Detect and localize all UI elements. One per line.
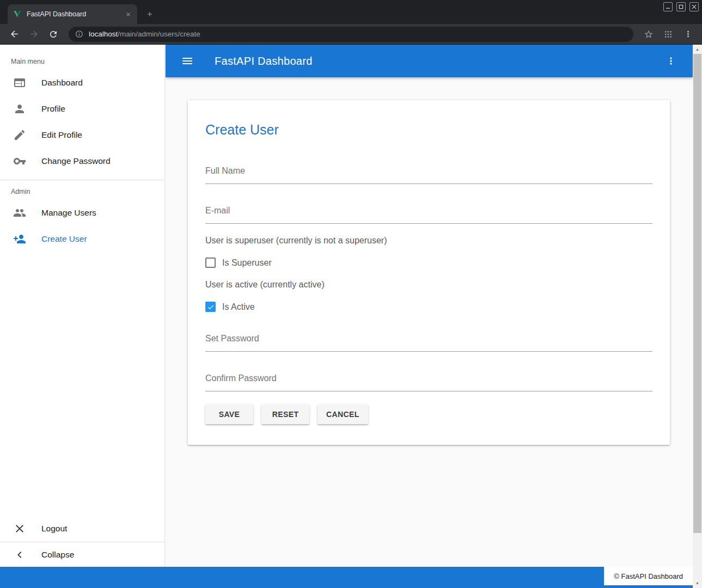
url-path: /main/admin/users/create (118, 30, 200, 38)
superuser-hint: User is superuser (currently is not a su… (205, 236, 652, 246)
apps-grid-icon (664, 30, 673, 39)
cancel-button[interactable]: CANCEL (318, 405, 368, 424)
forward-button[interactable] (26, 27, 41, 42)
close-button[interactable] (689, 2, 699, 11)
window-controls (663, 2, 699, 11)
checkbox-unchecked-icon (205, 258, 216, 268)
sidebar-item-label: Logout (41, 524, 67, 534)
set-password-field[interactable]: Set Password (205, 334, 652, 352)
close-icon (692, 4, 697, 9)
sidebar-item-label: Edit Profile (41, 130, 82, 140)
scrollbar[interactable]: ▲ ▼ (693, 45, 702, 588)
browser-menu-button[interactable] (680, 27, 695, 42)
person-add-icon (13, 232, 26, 246)
active-hint: User is active (currently active) (205, 280, 652, 290)
appbar-menu-button[interactable] (661, 51, 681, 71)
app-bar: FastAPI Dashboard (166, 45, 693, 77)
create-user-card: Create User Full Name E-mail User is sup… (188, 100, 670, 445)
browser-tab-strip: FastAPI Dashboard (0, 0, 702, 24)
url-host: localhost (89, 30, 118, 38)
sidebar-section-admin: Admin (0, 180, 164, 200)
sidebar-item-manage-users[interactable]: Manage Users (0, 200, 164, 226)
scroll-down-arrow[interactable]: ▼ (693, 579, 702, 588)
checkbox-label: Is Superuser (222, 258, 272, 268)
bookmark-button[interactable] (641, 27, 656, 42)
sidebar: Main menu Dashboard Profile Edit Profile (0, 45, 165, 567)
pencil-icon (13, 128, 26, 142)
tab-title: FastAPI Dashboard (27, 10, 123, 18)
reload-button[interactable] (46, 27, 61, 42)
form-actions: SAVE RESET CANCEL (205, 405, 652, 424)
sidebar-item-create-user[interactable]: Create User (0, 226, 164, 252)
sidebar-item-label: Create User (41, 234, 87, 244)
field-label: Full Name (205, 166, 652, 176)
is-active-checkbox[interactable]: Is Active (205, 302, 652, 312)
apps-button[interactable] (661, 27, 676, 42)
star-icon (644, 29, 654, 39)
sidebar-item-label: Change Password (41, 156, 111, 166)
field-label: Confirm Password (205, 373, 652, 383)
plus-icon (146, 10, 154, 18)
sidebar-item-profile[interactable]: Profile (0, 96, 164, 122)
checkbox-label: Is Active (222, 302, 255, 312)
hamburger-icon (181, 54, 194, 68)
field-label: Set Password (205, 334, 652, 344)
sidebar-section-main-menu: Main menu (0, 45, 164, 70)
hamburger-menu-button[interactable] (178, 51, 197, 71)
key-icon (13, 155, 26, 168)
sidebar-item-label: Manage Users (41, 208, 96, 218)
kebab-menu-icon (666, 56, 676, 66)
sidebar-item-logout[interactable]: Logout (0, 516, 164, 542)
confirm-password-field[interactable]: Confirm Password (205, 373, 652, 391)
reset-button[interactable]: RESET (261, 405, 309, 424)
forward-arrow-icon (29, 29, 39, 39)
footer-copyright: © FastAPI Dashboard (604, 567, 693, 585)
browser-window: FastAPI Dashboard (0, 0, 702, 588)
sidebar-item-label: Collapse (41, 550, 74, 560)
sidebar-item-edit-profile[interactable]: Edit Profile (0, 122, 164, 148)
new-tab-button[interactable] (143, 7, 157, 21)
email-field[interactable]: E-mail (205, 206, 652, 224)
browser-toolbar: localhost/main/admin/users/create (0, 24, 702, 45)
full-name-field[interactable]: Full Name (205, 166, 652, 184)
chevron-left-icon (13, 548, 26, 561)
dashboard-icon (13, 76, 26, 89)
maximize-button[interactable] (676, 2, 686, 11)
is-superuser-checkbox[interactable]: Is Superuser (205, 258, 652, 268)
sidebar-collapse-button[interactable]: Collapse (0, 542, 164, 567)
person-icon (13, 102, 26, 115)
address-bar[interactable]: localhost/main/admin/users/create (69, 27, 633, 42)
back-arrow-icon (9, 29, 20, 39)
main-content: Create User Full Name E-mail User is sup… (166, 77, 693, 567)
field-label: E-mail (205, 206, 652, 216)
footer: © FastAPI Dashboard (0, 567, 693, 588)
minimize-icon (666, 4, 670, 9)
minimize-button[interactable] (663, 2, 673, 11)
sidebar-spacer (0, 252, 164, 516)
sidebar-item-label: Profile (41, 104, 65, 114)
back-button[interactable] (7, 27, 22, 42)
checkbox-checked-icon (205, 302, 216, 312)
sidebar-item-change-password[interactable]: Change Password (0, 148, 164, 174)
maximize-icon (679, 4, 683, 9)
browser-tab[interactable]: FastAPI Dashboard (8, 4, 137, 24)
scroll-up-arrow[interactable]: ▲ (693, 45, 702, 54)
vuetify-logo-icon (13, 10, 22, 19)
close-x-icon (13, 522, 26, 535)
sidebar-item-dashboard[interactable]: Dashboard (0, 70, 164, 96)
reload-icon (48, 29, 58, 39)
tab-close-icon[interactable] (123, 9, 133, 19)
appbar-title: FastAPI Dashboard (215, 55, 313, 68)
page-info-icon[interactable] (75, 30, 83, 38)
page-title: Create User (205, 122, 652, 138)
group-icon (13, 206, 26, 219)
kebab-menu-icon (683, 29, 693, 39)
scrollbar-thumb[interactable] (693, 54, 701, 533)
page: Main menu Dashboard Profile Edit Profile (0, 45, 702, 588)
sidebar-item-label: Dashboard (41, 78, 83, 88)
save-button[interactable]: SAVE (205, 405, 253, 424)
